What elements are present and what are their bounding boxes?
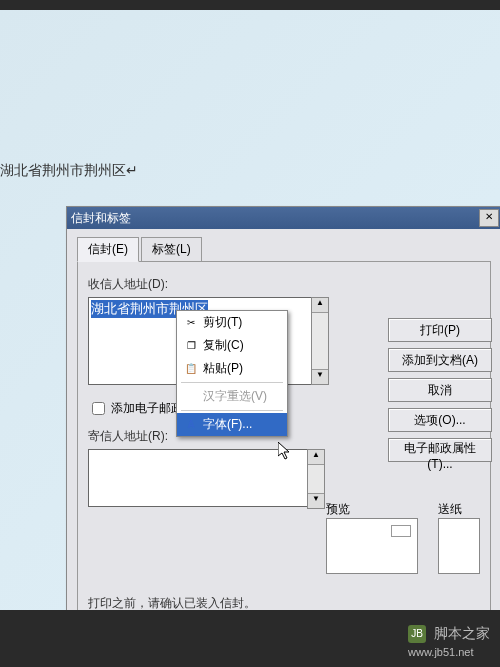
ctx-cut[interactable]: ✂剪切(T)	[177, 311, 287, 334]
epost-props-button[interactable]: 电子邮政属性(T)...	[388, 438, 492, 462]
cancel-button[interactable]: 取消	[388, 378, 492, 402]
scissors-icon: ✂	[183, 315, 199, 331]
tab-label[interactable]: 标签(L)	[141, 237, 202, 262]
close-button[interactable]: ✕	[479, 209, 499, 227]
print-button[interactable]: 打印(P)	[388, 318, 492, 342]
ctx-copy[interactable]: ❐复制(C)	[177, 334, 287, 357]
logo-icon: JB	[408, 625, 426, 643]
ctx-paste[interactable]: 📋粘贴(P)	[177, 357, 287, 380]
document-text: 湖北省荆州市荆州区↵	[0, 162, 138, 180]
dialog-title: 信封和标签	[71, 210, 131, 227]
options-button[interactable]: 选项(O)...	[388, 408, 492, 432]
copy-icon: ❐	[183, 338, 199, 354]
tab-envelope[interactable]: 信封(E)	[77, 237, 139, 262]
sender-address-input[interactable]: ▲▼	[88, 449, 310, 507]
ctx-reconvert: 汉字重选(V)	[177, 385, 287, 408]
feed-label: 送纸	[438, 501, 480, 518]
context-menu: ✂剪切(T) ❐复制(C) 📋粘贴(P) 汉字重选(V) A字体(F)...	[176, 310, 288, 437]
feed-box	[438, 518, 480, 574]
ctx-font[interactable]: A字体(F)...	[177, 413, 287, 436]
paste-icon: 📋	[183, 361, 199, 377]
dialog-titlebar: 信封和标签 ✕	[67, 207, 500, 229]
status-text: 打印之前，请确认已装入信封。	[88, 595, 256, 610]
recipient-label: 收信人地址(D):	[88, 276, 480, 293]
preview-box	[326, 518, 418, 574]
watermark: JB 脚本之家 www.jb51.net	[408, 625, 490, 659]
font-icon: A	[183, 417, 199, 433]
scrollbar[interactable]: ▲▼	[307, 449, 325, 509]
preview-label: 预览	[326, 501, 418, 518]
scrollbar[interactable]: ▲▼	[311, 297, 329, 385]
add-to-doc-button[interactable]: 添加到文档(A)	[388, 348, 492, 372]
